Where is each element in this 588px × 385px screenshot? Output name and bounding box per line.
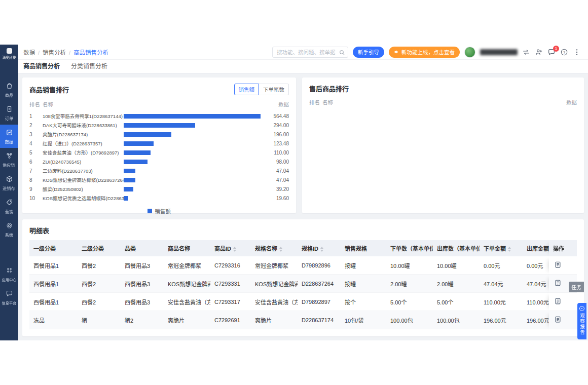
tab-product-sales-analysis[interactable]: 商品销售分析 bbox=[23, 60, 60, 73]
sidebar-item-orders[interactable]: 订单 bbox=[0, 101, 18, 125]
detail-table-scroll[interactable]: 一级分类 二级分类 品类 商品名称 商品ID 规格名称 规格ID 销售规格 下单… bbox=[29, 240, 577, 330]
logo-icon bbox=[7, 48, 12, 54]
sidebar-nav: 商品 订单 数据 供应链 进销存 bbox=[0, 78, 18, 309]
topbar: 数据 销售分析 商品销售分析 新手引导 新功能上线，点击查看 bbox=[18, 45, 588, 60]
tag-icon bbox=[6, 199, 13, 208]
aftersales-list-header: 排名 名称 数据 bbox=[309, 98, 577, 108]
sales-bar bbox=[124, 132, 171, 137]
sidebar-item-data[interactable]: 数据 bbox=[0, 125, 18, 148]
app-logo: 源奥科技 bbox=[0, 48, 18, 60]
ranking-row: 3爽脆片(D228637174)196.00 bbox=[29, 130, 289, 139]
breadcrumb-item[interactable]: 数据 bbox=[23, 48, 35, 56]
ranking-row: 6ZUI(D240736545)98.00 bbox=[29, 157, 289, 166]
row-detail-button[interactable] bbox=[553, 297, 562, 306]
detail-table: 一级分类 二级分类 品类 商品名称 商品ID 规格名称 规格ID 销售规格 下单… bbox=[29, 240, 577, 330]
task-float-tab[interactable]: 任务 bbox=[569, 282, 584, 292]
sidebar-item-label: 信息平台 bbox=[2, 301, 17, 304]
cube-icon bbox=[6, 175, 13, 185]
sidebar: 源奥科技 商品 订单 数据 供应链 bbox=[0, 45, 18, 340]
top-cards-row: 商品销售排行 销售额 下单笔数 排名 名称 数据 1108食 bbox=[22, 78, 584, 213]
sort-icon[interactable] bbox=[508, 247, 511, 252]
sales-bar bbox=[124, 187, 133, 191]
breadcrumb-item[interactable]: 销售分析 bbox=[35, 48, 66, 56]
svg-text:?: ? bbox=[563, 50, 565, 54]
sidebar-item-app-center[interactable]: 应用中心 bbox=[0, 262, 18, 286]
sales-bar bbox=[124, 114, 261, 119]
sidebar-item-label: 数据 bbox=[5, 140, 14, 144]
global-search-input[interactable] bbox=[272, 47, 348, 58]
promo-label: 新功能上线，点击查看 bbox=[401, 48, 455, 56]
switch-account-icon[interactable] bbox=[522, 48, 530, 56]
help-icon[interactable]: ? bbox=[560, 48, 568, 56]
sales-bar bbox=[124, 178, 135, 182]
ranking-list-header: 排名 名称 数据 bbox=[29, 100, 289, 110]
ranking-row: 9酸菜(D252350802)39.20 bbox=[29, 184, 289, 194]
app-window: 源奥科技 商品 订单 数据 供应链 bbox=[0, 45, 588, 340]
sales-ranking-title: 商品销售排行 bbox=[29, 85, 69, 94]
row-detail-button[interactable] bbox=[553, 261, 562, 270]
col-header-actions: 操作 bbox=[553, 246, 564, 252]
aftersales-title: 售后商品排行 bbox=[309, 84, 349, 93]
contacts-icon[interactable] bbox=[535, 48, 543, 56]
col-header: 下单金额 bbox=[484, 246, 506, 252]
grid-dots-icon bbox=[6, 266, 13, 276]
message-icon[interactable]: 1 bbox=[547, 48, 556, 56]
avatar[interactable] bbox=[464, 47, 475, 58]
sidebar-item-label: 订单 bbox=[5, 117, 14, 121]
more-icon[interactable] bbox=[573, 48, 581, 56]
col-header: 一级分类 bbox=[33, 246, 56, 252]
sales-bar bbox=[124, 150, 151, 155]
table-header-row: 一级分类 二级分类 品类 商品名称 商品ID 规格名称 规格ID 销售规格 下单… bbox=[29, 240, 577, 256]
aftersales-ranking-card: 售后商品排行 排名 名称 数据 bbox=[302, 78, 584, 213]
nodes-icon bbox=[6, 152, 13, 162]
col-header: 品类 bbox=[125, 246, 136, 252]
ranking-rows: 1108食堂带筋去骨鸭掌1(D228637144)564.48 2DAK大可寿司… bbox=[29, 111, 289, 203]
row-detail-button[interactable] bbox=[553, 316, 562, 325]
sidebar-item-inventory[interactable]: 进销存 bbox=[0, 171, 18, 195]
receipt-icon bbox=[6, 105, 13, 115]
ranking-row: 4红提（进口）(D228637357)123.48 bbox=[29, 139, 289, 148]
sort-icon[interactable] bbox=[320, 247, 323, 252]
sidebar-item-label: 应用中心 bbox=[2, 278, 17, 281]
table-row: 西餐用品1西餐2西餐用品3KOS甄想记金牌高达椰浆C7293331KOS甄想记金… bbox=[29, 275, 577, 293]
sales-bar bbox=[124, 123, 195, 128]
col-name: 名称 bbox=[322, 98, 548, 106]
table-row: 冻品猪猪2爽脆片C7292691爽脆片D22863717410包/袋100.00… bbox=[29, 311, 577, 329]
promo-button[interactable]: 新功能上线，点击查看 bbox=[389, 47, 460, 58]
col-value: 数据 bbox=[261, 100, 289, 108]
toggle-order-count[interactable]: 下单笔数 bbox=[259, 84, 289, 95]
sidebar-item-label: 营销 bbox=[5, 210, 14, 214]
sidebar-item-supply-chain[interactable]: 供应链 bbox=[0, 148, 18, 171]
row-detail-button[interactable] bbox=[553, 279, 562, 288]
guide-button[interactable]: 新手引导 bbox=[353, 47, 384, 58]
col-rank: 排名 bbox=[309, 98, 322, 106]
toggle-sales-amount[interactable]: 销售额 bbox=[234, 84, 260, 95]
detail-table-card: 明细表 一级分类 二级分类 品类 商品名称 bbox=[22, 219, 584, 336]
sort-icon[interactable] bbox=[233, 247, 236, 252]
sales-bar bbox=[124, 196, 128, 201]
col-header: 出库金额 bbox=[527, 246, 549, 252]
col-rank: 排名 bbox=[29, 100, 43, 108]
search-icon[interactable] bbox=[339, 49, 345, 55]
main-area: 数据 销售分析 商品销售分析 新手引导 新功能上线，点击查看 bbox=[18, 45, 588, 340]
aftersales-empty-body bbox=[309, 108, 577, 207]
col-header: 商品名称 bbox=[168, 246, 190, 252]
topbar-right: 新手引导 新功能上线，点击查看 1 ? bbox=[272, 47, 581, 58]
col-name: 名称 bbox=[43, 100, 261, 108]
tab-category-sales-analysis[interactable]: 分类销售分析 bbox=[71, 60, 107, 73]
sales-ranking-card: 商品销售排行 销售额 下单笔数 排名 名称 数据 1108食 bbox=[22, 78, 296, 213]
sidebar-item-info-platform[interactable]: 信息平台 bbox=[0, 286, 18, 309]
legend-label: 销售额 bbox=[155, 207, 171, 215]
content-area: 商品销售排行 销售额 下单笔数 排名 名称 数据 1108食 bbox=[18, 73, 588, 340]
sidebar-item-marketing[interactable]: 营销 bbox=[0, 195, 18, 218]
sidebar-item-system[interactable]: 系统 bbox=[0, 218, 18, 241]
sales-bar bbox=[124, 169, 135, 173]
username-redacted bbox=[480, 49, 518, 55]
report-float-tab[interactable]: 观察报告 bbox=[577, 303, 586, 339]
col-header: 销售规格 bbox=[345, 246, 367, 252]
sort-icon[interactable] bbox=[279, 247, 282, 252]
table-row: 西餐用品1西餐2西餐用品3安佳含盐黄油（方形）C7293317安佳含盐黄油（方形… bbox=[29, 293, 577, 311]
chart-legend: 销售额 bbox=[29, 207, 289, 215]
sidebar-item-goods[interactable]: 商品 bbox=[0, 78, 18, 101]
logo-text: 源奥科技 bbox=[3, 55, 16, 60]
